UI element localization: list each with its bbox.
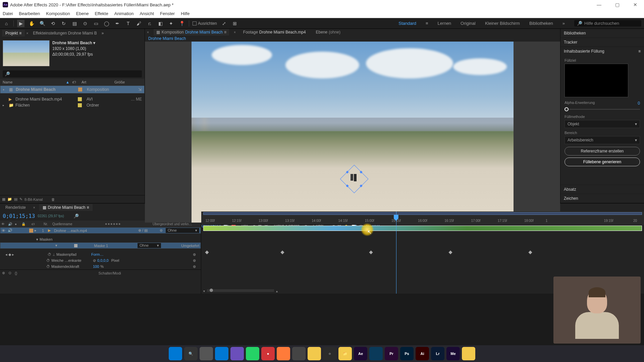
project-row-footage[interactable]: ▶ Drohne Miami Beach.mp4 AVI … ME	[0, 96, 145, 102]
menu-effekte[interactable]: Effekte	[95, 11, 108, 16]
keyframe[interactable]	[205, 250, 209, 254]
workspace-menu-icon[interactable]: ≡	[426, 21, 428, 26]
hand-tool-icon[interactable]: ✋	[28, 20, 35, 27]
work-area-bar[interactable]	[203, 212, 642, 215]
close-tab-icon[interactable]: ×	[33, 206, 35, 209]
maske1-row[interactable]: ▾ Maske 1 Ohne▾ Umgekehrt	[0, 242, 201, 249]
settings-icon[interactable]: ✎	[19, 197, 22, 201]
clone-tool-icon[interactable]: ⎌	[146, 20, 153, 27]
taskbar-app-5[interactable]	[246, 347, 259, 360]
col-nr-icon[interactable]: 🏷	[32, 222, 42, 226]
rotate-tool-icon[interactable]: ↻	[60, 20, 67, 27]
label-col-icon[interactable]: 🏷	[72, 80, 79, 84]
pen-tool-icon[interactable]: ✒	[114, 20, 121, 27]
taskbar-app-2[interactable]	[200, 347, 213, 360]
tab-renderliste[interactable]: Renderliste	[2, 204, 29, 211]
taskbar-app-15[interactable]: Ps	[400, 347, 414, 360]
interpret-icon[interactable]: ▦	[2, 197, 5, 201]
taskbar-app-1[interactable]: 🔍	[184, 347, 198, 360]
menu-komposition[interactable]: Komposition	[46, 11, 70, 16]
menu-hilfe[interactable]: Hilfe	[181, 11, 190, 16]
close-tab-icon[interactable]: ×	[147, 31, 149, 34]
type-tool-icon[interactable]: T	[124, 20, 132, 27]
workspace-lernen[interactable]: Lernen	[438, 21, 451, 26]
workspace-standard[interactable]: Standard	[398, 21, 416, 26]
taskbar-app-7[interactable]	[277, 347, 290, 360]
menu-animation[interactable]: Animation	[114, 11, 134, 16]
workspace-overflow-icon[interactable]: »	[562, 21, 565, 26]
taskbar-app-0[interactable]	[169, 347, 182, 360]
keyframe[interactable]	[528, 250, 532, 254]
workspace-kleiner[interactable]: Kleiner Bildschirm	[485, 21, 520, 26]
panel-content-fill[interactable]: Inhaltsbasierte Füllung≡	[560, 47, 644, 56]
folder-icon[interactable]: 📁	[7, 197, 12, 201]
trash-icon[interactable]: 🗑	[51, 197, 55, 201]
taskbar-app-12[interactable]: Ae	[354, 347, 367, 360]
alpha-value[interactable]: 0	[638, 101, 640, 106]
project-row-folder[interactable]: ▸📁 Flächen Ordner	[0, 102, 145, 108]
minimize-button[interactable]: —	[593, 2, 605, 7]
panel-zeichen[interactable]: Zeichen	[560, 194, 644, 203]
timeline-zoom-slider[interactable]	[207, 289, 274, 292]
taskbar-app-17[interactable]: Lr	[431, 347, 444, 360]
menu-bearbeiten[interactable]: Bearbeiten	[19, 11, 40, 16]
frame-blend-icon[interactable]: ⊕	[2, 271, 5, 275]
time-ruler[interactable]: 12:00f 12:15f 13:00f 13:15f 14:00f 14:15…	[201, 212, 644, 225]
comp-name-label[interactable]: Drohne Miami Beach ▾	[52, 40, 95, 46]
taskbar-app-19[interactable]	[462, 347, 475, 360]
project-search[interactable]: 🔎	[3, 70, 142, 77]
tab-effekteinstellungen[interactable]: Effekteinstellungen Drohne Miami B	[30, 30, 100, 37]
brush-tool-icon[interactable]: 🖌	[135, 20, 143, 27]
taskbar-app-18[interactable]: Me	[446, 347, 460, 360]
taskbar-app-4[interactable]	[230, 347, 244, 360]
layer-bar-1[interactable]	[203, 226, 642, 231]
playhead[interactable]	[396, 212, 396, 294]
taskbar-app-8[interactable]	[292, 347, 306, 360]
taskbar-app-11[interactable]: 📁	[338, 347, 352, 360]
zoom-tool-icon[interactable]: 🔍	[39, 20, 46, 27]
taskbar-app-14[interactable]: Pr	[385, 347, 398, 360]
tab-projekt[interactable]: Projekt≡	[2, 30, 25, 37]
weiche-row[interactable]: ⏱ Weiche …enkante ⊘ 0,0,0,0 Pixel ⊚	[0, 257, 201, 263]
fill-method-dropdown[interactable]: Objekt▾	[565, 120, 640, 128]
project-row-comp[interactable]: ▸▦ Drohne Miami Beach Komposition ⇲	[0, 85, 145, 94]
keyframe[interactable]	[280, 250, 284, 254]
overflow-icon[interactable]: »	[102, 31, 104, 36]
sort-icon[interactable]: ▲	[66, 80, 69, 84]
taskbar-app-3[interactable]	[215, 347, 228, 360]
brackets-icon[interactable]: {}	[15, 271, 17, 275]
generate-fill-button[interactable]: Füllebene generieren	[565, 158, 640, 166]
taskbar-app-10[interactable]: ○	[323, 347, 336, 360]
help-search[interactable]: 🔎 Hilfe durchsuchen	[574, 20, 641, 26]
pan-behind-tool-icon[interactable]: ⊙	[82, 20, 89, 27]
tab-komposition[interactable]: ▦ Komposition Drohne Miami Beach ≡	[154, 29, 229, 36]
menu-ansicht[interactable]: Ansicht	[140, 11, 154, 16]
timeline-timecode[interactable]: 0;01;15;13	[3, 213, 35, 219]
snap-icon[interactable]: ⤢	[220, 20, 228, 27]
close-tab-icon[interactable]: ×	[234, 31, 236, 34]
range-dropdown[interactable]: Arbeitsbereich▾	[565, 136, 640, 144]
masken-group[interactable]: ▾ Masken	[0, 236, 201, 242]
rect-tool-icon[interactable]: ▭	[92, 20, 100, 27]
panel-bibliotheken[interactable]: Bibliotheken	[560, 29, 644, 38]
keyframe[interactable]	[449, 250, 452, 254]
panel-menu-icon[interactable]: ≡	[638, 49, 641, 54]
alpha-slider[interactable]	[565, 107, 640, 111]
menu-datei[interactable]: Datei	[3, 11, 13, 16]
motion-blur-icon[interactable]: ⊙	[8, 271, 11, 275]
close-tab-icon[interactable]: ×	[26, 32, 28, 35]
taskbar-app-13[interactable]	[369, 347, 383, 360]
maximize-button[interactable]: ▢	[611, 2, 623, 7]
comp-thumbnail[interactable]	[3, 40, 50, 66]
taskbar-app-16[interactable]: Ai	[416, 347, 429, 360]
ellipse-tool-icon[interactable]: ◯	[103, 20, 110, 27]
zoom-out-icon[interactable]: ▾	[203, 289, 205, 293]
menu-fenster[interactable]: Fenster	[160, 11, 175, 16]
keyframe[interactable]	[369, 250, 373, 254]
flowchart-breadcrumb[interactable]: Drohne Miami Beach	[145, 36, 560, 42]
roto-tool-icon[interactable]: ✦	[167, 20, 175, 27]
home-icon[interactable]: ⌂	[3, 20, 10, 27]
snap2-icon[interactable]: ⊞	[231, 20, 238, 27]
taskbar-app-6[interactable]: ●	[261, 347, 275, 360]
timeline-search[interactable]: 🔎	[73, 214, 79, 219]
